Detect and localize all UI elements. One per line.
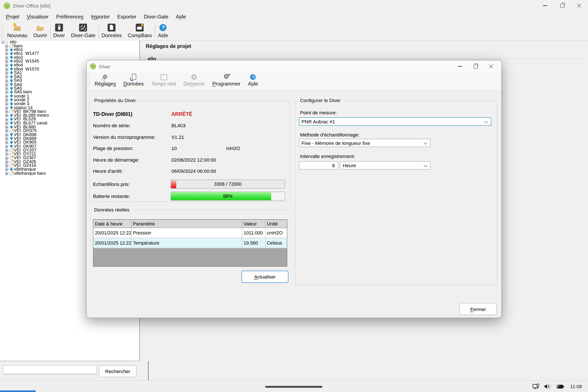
device-row: TD-Diver (DI801) ARRÊTÉ — [93, 108, 286, 120]
dialog-tab-icon — [130, 74, 137, 81]
tree-expander-icon[interactable]: + — [5, 160, 8, 163]
dialog-tab[interactable]: Temps réel — [148, 72, 180, 90]
dialog-restore-button[interactable] — [468, 60, 483, 72]
tree-expander-icon[interactable]: + — [5, 149, 8, 152]
tree-expander-icon[interactable]: + — [5, 44, 8, 48]
menu-item[interactable]: Aide — [172, 11, 190, 22]
tree-expander-icon[interactable]: + — [5, 134, 8, 136]
window-title: Diver-Office [ello] — [13, 3, 50, 8]
tree-item-icon — [10, 117, 14, 122]
column-header[interactable]: Valeur — [242, 220, 265, 228]
display-cast-icon[interactable] — [532, 384, 540, 390]
tree-expander-icon[interactable]: + — [5, 91, 8, 94]
dialog-minimize-button[interactable] — [452, 60, 468, 72]
menu-item[interactable]: Importer — [87, 11, 114, 22]
tree-expander-icon[interactable]: + — [5, 48, 8, 51]
dialog-tab[interactable]: Démarrer — [180, 72, 208, 90]
table-row[interactable]: 20/01/2025 12:22 Pression 1011.000 cmH2O — [93, 228, 287, 238]
toolbar-button-label: Données — [102, 33, 122, 38]
tree-expander-icon[interactable]: + — [5, 95, 8, 98]
tree-expander-icon[interactable]: + — [5, 156, 8, 160]
menu-item[interactable]: Visualiser — [23, 11, 52, 22]
tree-item-icon — [10, 152, 14, 156]
property-row: Numéro de série: BL403 — [93, 120, 286, 131]
tree-item-icon — [10, 148, 14, 152]
menu-item[interactable]: Préférences — [52, 11, 87, 22]
dialog-close-action-button[interactable]: Fermer — [460, 303, 497, 315]
tree-expander-icon[interactable]: + — [5, 118, 8, 121]
property-label: Numéro de série: — [93, 123, 172, 128]
tree-expander-icon[interactable]: + — [5, 172, 8, 175]
dialog-close-button[interactable] — [483, 60, 499, 72]
tree-expander-icon[interactable]: + — [5, 114, 8, 117]
close-icon — [489, 64, 494, 68]
search-area: Rechercher — [0, 361, 148, 380]
tree-expander-icon[interactable]: + — [5, 60, 8, 63]
dialog-tab[interactable]: Programmer — [208, 72, 244, 90]
measure-point-select[interactable]: PNR Aubrac #1 — [299, 117, 491, 126]
tree-expander-icon[interactable]: + — [5, 83, 8, 86]
interval-unit-select[interactable]: Heure — [340, 161, 431, 169]
tree-expander-icon[interactable]: + — [5, 68, 8, 71]
tree-expander-icon[interactable]: + — [5, 102, 8, 106]
battery-charging-icon[interactable] — [556, 384, 564, 389]
tree-item-icon — [5, 40, 10, 44]
dialog-tab[interactable]: Aide — [244, 72, 262, 90]
tree-expander-icon[interactable]: + — [5, 145, 8, 148]
tree-expander-icon[interactable]: + — [5, 76, 8, 78]
tree-expander-icon[interactable]: + — [5, 106, 8, 110]
minimize-button[interactable] — [536, 0, 554, 11]
tree-expander-icon[interactable]: + — [5, 141, 8, 144]
toolbar-button-label: Aide — [158, 33, 168, 38]
tree-item-icon — [10, 94, 14, 98]
toolbar-button[interactable]: Ouvrir — [30, 22, 50, 40]
tree-expander-icon[interactable]: + — [5, 153, 8, 156]
tree-expander-icon[interactable]: + — [5, 137, 8, 140]
tree-item-icon — [10, 82, 14, 86]
toolbar-button[interactable]: Diver-Gate — [68, 22, 98, 40]
tree-expander-icon[interactable]: + — [5, 164, 8, 167]
interval-unit-value: Heure — [343, 162, 356, 168]
column-header[interactable]: Paramètre — [131, 220, 242, 228]
clock[interactable]: 11:08 — [570, 384, 582, 389]
toolbar-button[interactable]: CompBaro — [125, 22, 155, 40]
property-label: Version du microprogramme: — [93, 134, 172, 140]
toolbar-button[interactable]: Nouveau — [4, 22, 30, 40]
search-button[interactable]: Rechercher — [99, 365, 136, 378]
column-header[interactable]: Unité — [265, 220, 287, 228]
toolbar-icon — [135, 23, 145, 32]
search-input[interactable] — [3, 365, 97, 374]
tree-expander-icon[interactable]: + — [5, 52, 8, 55]
tree-expander-icon[interactable]: + — [5, 72, 8, 74]
refresh-button[interactable]: Actualiser — [242, 271, 288, 283]
property-row: Heure de démarrage: 02/06/2022 12:00:00 — [93, 154, 286, 166]
tree-expander-icon[interactable]: + — [5, 126, 8, 129]
tree-expander-icon[interactable]: + — [5, 130, 8, 132]
toolbar-button[interactable]: Aide — [155, 22, 171, 40]
column-header[interactable]: Date & heure — [93, 220, 131, 228]
toolbar-grip — [1, 24, 3, 39]
tree-expander-icon[interactable]: + — [5, 87, 8, 90]
interval-value-input[interactable] — [299, 161, 338, 169]
tree-expander-icon[interactable]: + — [5, 56, 8, 59]
taskbar-handle[interactable] — [265, 386, 322, 388]
tree-expander-icon[interactable]: + — [5, 110, 8, 113]
sampling-method-label: Méthode d'échantillonnage: — [300, 132, 360, 138]
toolbar-button[interactable]: Données — [98, 22, 125, 40]
tree-expander-icon[interactable]: + — [5, 99, 8, 102]
volume-icon[interactable] — [544, 384, 552, 389]
menu-item[interactable]: Diver-Gate — [140, 11, 172, 22]
close-button[interactable] — [571, 0, 588, 11]
dialog-tab[interactable]: Réglages — [91, 72, 120, 90]
table-row[interactable]: 20/01/2025 12:22 Température 19.560 Cels… — [93, 238, 287, 248]
tree-expander-icon[interactable]: + — [5, 79, 8, 82]
restore-button[interactable] — [554, 0, 570, 11]
sampling-method-select[interactable]: Fixe - Mémoire de longueur fixe — [299, 139, 430, 147]
tree-expander-icon[interactable]: + — [5, 64, 8, 67]
tree-expander-icon[interactable]: + — [5, 168, 8, 171]
dialog-tab[interactable]: Données — [120, 72, 148, 90]
tree-expander-icon[interactable]: − — [2, 40, 4, 44]
tree-expander-icon[interactable]: + — [5, 122, 8, 125]
menu-item[interactable]: Exporter — [114, 11, 140, 22]
toolbar-button[interactable]: Diver — [50, 22, 68, 40]
